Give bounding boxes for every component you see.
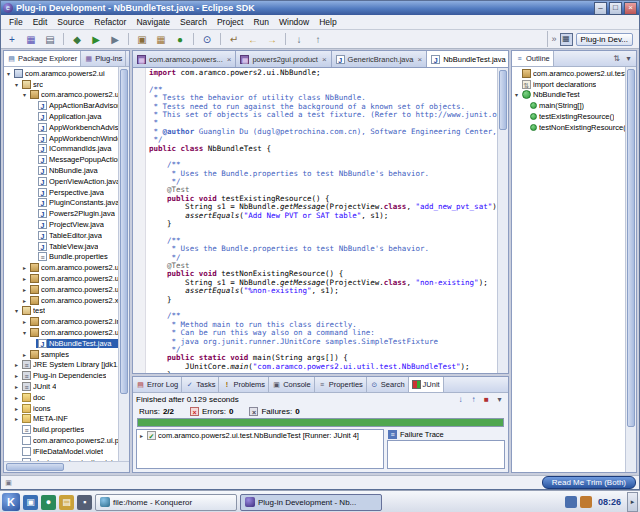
collapsed-arrow-icon[interactable]: ▸ (21, 297, 28, 304)
editor-tab-com-aramco-powers-[interactable]: ▦com.aramco.powers...× (133, 51, 236, 67)
new-package-icon[interactable]: ▦ (152, 31, 170, 48)
perspective-chevron-icon[interactable]: » (552, 34, 557, 44)
scrollbar-thumb[interactable] (6, 463, 64, 471)
outline-vscrollbar[interactable] (625, 67, 636, 472)
collapsed-arrow-icon[interactable]: ▸ (21, 318, 28, 325)
expanded-arrow-icon[interactable]: ▾ (5, 70, 12, 77)
perspective-button[interactable]: Plug-in Dev... (576, 33, 633, 46)
package-explorer-item[interactable]: JAppWorkbenchAdvisor.java (4, 122, 118, 133)
package-explorer-item[interactable]: com.aramco.powers2.ui.projectmo... (4, 435, 118, 446)
code-area[interactable]: import com.aramco.powers2.ui.NbBundle; /… (146, 68, 497, 373)
fast-view-icon[interactable]: ▣ (4, 478, 13, 487)
sort-icon[interactable]: ⇅ (611, 53, 622, 64)
package-explorer-item[interactable]: JNbBundle.java (4, 165, 118, 176)
new-java-project-icon[interactable]: ▣ (133, 31, 151, 48)
package-explorer-item[interactable]: JPluginConstants.java (4, 198, 118, 209)
menu-project[interactable]: Project (212, 16, 248, 29)
package-explorer-item[interactable]: JNbBundleTest.java (4, 338, 118, 349)
editor-tab-genericbranch-java[interactable]: JGenericBranch.java× (332, 51, 428, 67)
bottom-tab-search[interactable]: ⊙Search (367, 377, 409, 392)
launcher-icon-1[interactable]: ▣ (23, 495, 38, 510)
scrollbar-thumb[interactable] (120, 69, 128, 394)
task-button-eclipse-task[interactable]: Plug-in Development - Nb... (240, 494, 382, 511)
package-explorer-item[interactable]: ▸doc (4, 392, 118, 403)
package-explorer-item[interactable]: ▾com.aramco.powers2.ui.test (4, 327, 118, 338)
outline-item[interactable]: testExistingResource() (512, 111, 625, 122)
tray-icon-2[interactable] (580, 496, 592, 508)
package-explorer-item[interactable]: ▾com.aramco.powers2.ui (4, 68, 118, 79)
scrollbar-thumb[interactable] (627, 69, 635, 427)
package-explorer-hscrollbar[interactable] (4, 461, 129, 472)
expanded-arrow-icon[interactable]: ▾ (21, 91, 28, 98)
maximize-button[interactable]: □ (609, 2, 622, 15)
package-explorer-item[interactable]: ▸com.aramco.powers2.ui.util (4, 284, 118, 295)
close-tab-icon[interactable]: × (322, 55, 327, 64)
titlebar[interactable]: e Plug-in Development - NbBundleTest.jav… (1, 1, 639, 15)
package-explorer-vscrollbar[interactable] (118, 67, 129, 461)
outline-item[interactable]: com.aramco.powers2.ui.test (512, 68, 625, 79)
launcher-icon-2[interactable]: ● (41, 495, 56, 510)
package-explorer-item[interactable]: JPerspective.java (4, 187, 118, 198)
editor-tab-powers2gui-product[interactable]: ▦powers2gui.product× (236, 51, 331, 67)
menu-navigate[interactable]: Navigate (131, 16, 175, 29)
next-failure-icon[interactable]: ↓ (455, 394, 466, 405)
collapsed-arrow-icon[interactable]: ▸ (13, 372, 20, 379)
editor-tab-nbbundletest-java[interactable]: JNbBundleTest.java× (427, 51, 508, 67)
expanded-arrow-icon[interactable]: ▾ (13, 307, 20, 314)
read-me-trim-button[interactable]: Read Me Trim (Both) (542, 476, 636, 489)
collapsed-arrow-icon[interactable]: ▸ (13, 361, 20, 368)
package-explorer-item[interactable]: ≡Bundle.properties (4, 252, 118, 263)
bottom-tab-properties[interactable]: ≡Properties (315, 377, 367, 392)
run-icon[interactable]: ▶ (87, 31, 105, 48)
menu-search[interactable]: Search (175, 16, 212, 29)
next-annotation-icon[interactable]: ↓ (290, 31, 308, 48)
collapse-all-icon[interactable]: ⊟ (128, 53, 129, 64)
editor-body[interactable]: import com.aramco.powers2.ui.NbBundle; /… (133, 68, 508, 373)
collapsed-arrow-icon[interactable]: ▸ (21, 275, 28, 282)
package-explorer-item[interactable]: ▸com.aramco.powers2.internal.ui... (4, 316, 118, 327)
bottom-tab-console[interactable]: ▣Console (269, 377, 315, 392)
menu-window[interactable]: Window (274, 16, 314, 29)
bottom-tab-tasks[interactable]: ✓Tasks (182, 377, 219, 392)
save-icon[interactable]: ▦ (22, 31, 40, 48)
close-tab-icon[interactable]: × (417, 55, 422, 64)
last-edit-location-icon[interactable]: ↵ (225, 31, 243, 48)
menu-edit[interactable]: Edit (28, 16, 53, 29)
outline-tab-outline[interactable]: ≡Outline (512, 51, 554, 66)
bottom-tab-problems[interactable]: !Problems (219, 377, 269, 392)
editor-vscrollbar[interactable] (497, 68, 508, 373)
close-tab-icon[interactable]: × (227, 55, 232, 64)
package-explorer-item[interactable]: ▸com.aramco.powers2.ui.forms (4, 262, 118, 273)
launcher-icon-4[interactable]: ▪ (77, 495, 92, 510)
package-explorer-item[interactable]: IFileDataModel.violet (4, 446, 118, 457)
minimize-button[interactable]: – (594, 2, 607, 15)
package-explorer-item[interactable]: ▸com.aramco.powers2.xyplot.dat... (4, 295, 118, 306)
tray-icon-1[interactable] (565, 496, 577, 508)
expanded-arrow-icon[interactable]: ▾ (13, 81, 20, 88)
package-explorer-item[interactable]: JMessagePopupAction.java (4, 154, 118, 165)
menu-source[interactable]: Source (52, 16, 89, 29)
bottom-tab-error-log[interactable]: ▤Error Log (133, 377, 182, 392)
package-explorer-item[interactable]: ≡build.properties (4, 424, 118, 435)
outline-item[interactable]: ▾NbBundleTest (512, 90, 625, 101)
outline-item[interactable]: ⇅import declarations (512, 79, 625, 90)
package-explorer-tab-package-explorer[interactable]: ▤Package Explorer (4, 51, 81, 66)
expanded-arrow-icon[interactable]: ▾ (513, 91, 520, 98)
collapsed-arrow-icon[interactable]: ▸ (21, 264, 28, 271)
scrollbar-thumb[interactable] (499, 70, 507, 130)
menu-run[interactable]: Run (248, 16, 274, 29)
package-explorer-item[interactable]: ▸≡JRE System Library [jdk1.5.0_06] (4, 360, 118, 371)
package-explorer-item[interactable]: ▾src (4, 79, 118, 90)
package-explorer-item[interactable]: ▾test (4, 306, 118, 317)
bottom-tab-junit[interactable]: JUnit (409, 377, 444, 392)
collapsed-arrow-icon[interactable]: ▸ (138, 432, 145, 439)
failure-trace-content[interactable] (387, 440, 505, 469)
new-class-icon[interactable]: ● (171, 31, 189, 48)
stop-icon[interactable]: ■ (481, 394, 492, 405)
prev-annotation-icon[interactable]: ↑ (309, 31, 327, 48)
package-explorer-item[interactable]: ▸icons (4, 403, 118, 414)
collapsed-arrow-icon[interactable]: ▸ (13, 394, 20, 401)
search-icon[interactable]: ⊙ (198, 31, 216, 48)
package-explorer-tab-plug-ins[interactable]: ▦Plug-ins (81, 51, 126, 66)
package-explorer-item[interactable]: ▾com.aramco.powers2.ui (4, 90, 118, 101)
